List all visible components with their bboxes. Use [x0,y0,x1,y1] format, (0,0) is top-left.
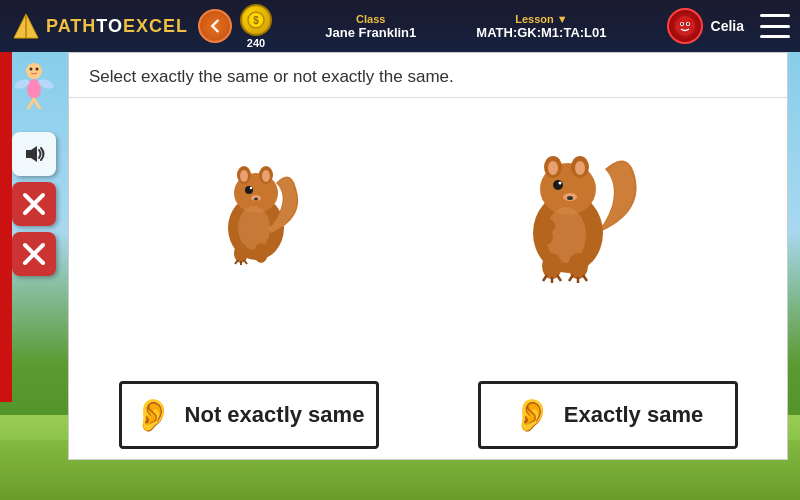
svg-text:$: $ [253,15,259,26]
red-bar [0,52,12,402]
coin-symbol: $ [246,10,266,30]
svg-line-19 [34,99,40,109]
svg-point-17 [36,68,39,71]
svg-point-36 [234,243,248,263]
squirrel-small-svg [196,138,316,278]
svg-point-55 [568,253,588,279]
x-icon-1 [20,190,48,218]
same-label: Exactly same [564,402,703,428]
svg-line-40 [244,260,247,264]
coin-count: 240 [247,37,265,49]
svg-line-38 [235,260,238,264]
svg-point-37 [254,243,268,263]
svg-line-61 [583,275,587,281]
instruction-text: Select exactly the same or not exactly t… [69,53,787,98]
svg-point-8 [681,23,683,25]
lesson-label: Lesson ▼ [515,13,567,25]
svg-point-54 [542,253,562,279]
svg-line-56 [543,275,547,281]
fairy-character [12,62,56,106]
svg-point-30 [262,170,270,182]
user-area: Celia [667,8,790,44]
menu-line-3 [760,35,790,38]
back-button[interactable] [198,9,232,43]
not-same-button[interactable]: 👂 Not exactly same [119,381,379,449]
svg-point-9 [687,23,689,25]
ear-icon-left: 👂 [133,396,173,434]
svg-point-47 [553,180,563,190]
class-label: Class [356,13,385,25]
x-mark-1[interactable] [12,182,56,226]
class-info: Class Jane Franklin1 [325,13,416,40]
lesson-name: MATH:GK:M1:TA:L01 [476,25,606,40]
class-name: Jane Franklin1 [325,25,416,40]
menu-button[interactable] [760,14,790,38]
coin-icon: $ [240,4,272,36]
svg-line-18 [28,99,34,109]
username: Celia [711,18,744,34]
svg-point-32 [250,187,252,189]
ear-icon-right: 👂 [512,396,552,434]
audio-button[interactable] [12,132,56,176]
main-content: Select exactly the same or not exactly t… [68,52,788,392]
svg-point-48 [559,181,562,184]
svg-point-12 [26,63,42,79]
svg-point-34 [254,198,258,201]
svg-line-59 [569,275,573,281]
squirrel-large-svg [490,121,660,296]
logo: PATHTOEXCEL [10,10,188,42]
same-button[interactable]: 👂 Exactly same [478,381,738,449]
answer-area: 👂 Not exactly same 👂 Exactly same [68,370,788,460]
back-icon [206,17,224,35]
svg-point-46 [575,161,585,175]
coin-badge: $ 240 [240,4,272,49]
images-area [69,98,787,318]
svg-point-5 [675,16,695,36]
svg-point-44 [548,161,558,175]
logo-icon [10,10,42,42]
svg-line-58 [557,275,561,281]
x-mark-2[interactable] [12,232,56,276]
avatar-icon [673,14,697,38]
svg-point-28 [240,170,248,182]
squirrel-right [490,121,660,296]
squirrel-left [196,138,316,278]
header: PATHTOEXCEL $ 240 Class Jane Franklin1 L… [0,0,800,52]
svg-point-50 [567,196,573,200]
svg-point-16 [30,68,33,71]
avatar [667,8,703,44]
audio-icon [20,140,48,168]
menu-line-2 [760,25,790,28]
lesson-info: Lesson ▼ MATH:GK:M1:TA:L01 [476,13,606,40]
svg-marker-20 [26,146,37,162]
fairy-icon [12,59,56,109]
x-icon-2 [20,240,48,268]
menu-line-1 [760,14,790,17]
svg-point-53 [537,229,553,245]
not-same-label: Not exactly same [185,402,365,428]
logo-text: PATHTOEXCEL [46,16,188,37]
